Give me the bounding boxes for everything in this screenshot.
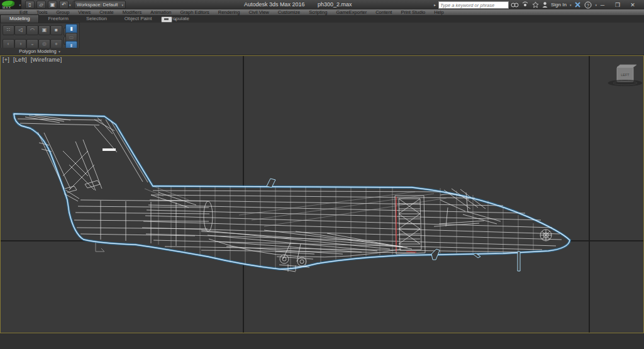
close-button[interactable]: ✕ (629, 2, 636, 8)
menu-graph-editors[interactable]: Graph Editors (176, 9, 214, 15)
menu-scripting[interactable]: Scripting (304, 9, 331, 15)
window-title: Autodesk 3ds Max 2016 ph300_2.max (244, 1, 352, 8)
menu-views[interactable]: Views (74, 9, 95, 15)
sign-in-button[interactable]: Sign In (551, 2, 567, 8)
open-file-button[interactable]: ▱ (36, 1, 46, 9)
menu-modifiers[interactable]: Modifiers (118, 9, 146, 15)
workspace-chevron-icon: ▾ (121, 2, 123, 9)
app-menu-button[interactable]: MAX ▾ (0, 0, 21, 9)
border-mode-button[interactable]: ◠ (26, 25, 38, 35)
workspace-label: Workspace: Default (77, 2, 118, 8)
viewport-menu-plus[interactable]: [+] (3, 57, 9, 63)
ribbon-tab-object-paint[interactable]: Object Paint (116, 15, 161, 23)
favorites-star-icon[interactable] (532, 1, 539, 8)
undo-dropdown-icon[interactable]: ▾ (69, 3, 71, 7)
menu-gameexporter[interactable]: GameExporter (331, 9, 371, 15)
viewport-menu-shading[interactable]: [Wireframe] (31, 57, 62, 63)
ribbon-tab-modeling[interactable]: Modeling (0, 14, 39, 23)
title-bar: MAX ▾ ▯ ▱ ▣ ↶▾ ↷▾ ⧉ Workspace: Default ▾… (0, 0, 644, 9)
viewport-menu-view[interactable]: [Left] (13, 57, 27, 63)
ribbon-tab-bar: ModelingFreeformSelectionObject PaintPop… (0, 15, 644, 23)
sign-in-chevron-icon[interactable]: ▾ (570, 3, 572, 7)
menu-animation[interactable]: Animation (146, 9, 175, 15)
app-title: Autodesk 3ds Max 2016 (244, 1, 305, 8)
minimize-button[interactable]: ─ (599, 2, 606, 8)
nose-gear-strut (518, 252, 520, 271)
window-controls: ─ ❐ ✕ (596, 0, 636, 9)
menu-rendering[interactable]: Rendering (214, 9, 245, 15)
user-icon (542, 1, 548, 8)
aircraft-wireframe-model[interactable] (14, 114, 570, 272)
restore-button[interactable]: ❐ (614, 2, 621, 8)
undo-button[interactable]: ↶ (59, 1, 69, 9)
new-file-button[interactable]: ▯ (25, 1, 35, 9)
menu-create[interactable]: Create (95, 9, 118, 15)
menu-group[interactable]: Group (52, 9, 74, 15)
polygon-mode-button[interactable]: ▣ (38, 25, 50, 35)
help-icon[interactable]: ? (584, 1, 592, 9)
workspace-selector[interactable]: Workspace: Default ▾ (74, 1, 126, 9)
viewport-canvas[interactable]: LEFT (0, 55, 644, 333)
vertex-mode-button[interactable]: ∷ (3, 25, 14, 35)
viewcube-face-label: LEFT (621, 73, 630, 77)
exchange-apps-icon[interactable] (574, 1, 581, 8)
search-collapse-icon[interactable]: ▸ (434, 1, 438, 9)
polygon-modeling-panel-label[interactable]: Polygon Modeling ▼ (0, 48, 80, 55)
menu-civil-view[interactable]: Civil View (244, 9, 273, 15)
viewcube[interactable]: LEFT (608, 65, 642, 86)
ribbon-minimize-button[interactable]: ▾ (161, 16, 172, 23)
viewport-label: [+] [Left] [Wireframe] (3, 57, 64, 63)
panel-title: Polygon Modeling (19, 48, 57, 54)
ribbon-body (0, 23, 644, 55)
document-title: ph300_2.max (318, 1, 352, 8)
nose-detail (540, 230, 552, 241)
ribbon-tab-selection[interactable]: Selection (77, 15, 116, 23)
save-file-button[interactable]: ▣ (48, 1, 57, 9)
menu-help[interactable]: Help (430, 9, 448, 15)
menu-print-studio[interactable]: Print Studio (396, 9, 430, 15)
ribbon-tab-freeform[interactable]: Freeform (39, 15, 77, 23)
menu-customize[interactable]: Customize (274, 9, 304, 15)
panel-expand-chevron-icon: ▼ (58, 50, 61, 53)
timeline-area: < 0 / 200 > 1020304050607080901001101201… (0, 333, 644, 349)
communication-center-icon[interactable] (522, 1, 529, 8)
app-menu-chevron-icon: ▾ (19, 3, 21, 7)
infocenter-toolbar: Sign In ▾ ? ▾ (511, 1, 597, 9)
svg-text:?: ? (587, 3, 589, 7)
menu-content[interactable]: Content (371, 9, 396, 15)
element-mode-button[interactable]: ■ (50, 25, 62, 35)
menu-bar: EditToolsGroupViewsCreateModifiersAnimat… (0, 9, 644, 15)
search-input[interactable] (438, 1, 509, 9)
search-binoculars-icon[interactable] (511, 1, 519, 8)
edge-mode-button[interactable]: ◁ (14, 25, 26, 35)
